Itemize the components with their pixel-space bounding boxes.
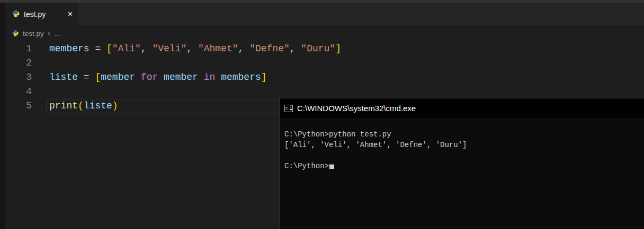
breadcrumb-file[interactable]: test.py — [23, 30, 44, 38]
code-token: ] — [335, 43, 341, 54]
code-token: for — [141, 72, 158, 83]
code-token — [198, 72, 204, 83]
breadcrumb: test.py › ... — [5, 25, 60, 42]
code-line[interactable]: 1members = ["Ali", "Veli", "Ahmet", "Def… — [5, 42, 644, 56]
code-text: members = ["Ali", "Veli", "Ahmet", "Defn… — [49, 42, 341, 56]
code-token: "Ali" — [112, 43, 141, 54]
code-token: , — [238, 43, 250, 54]
terminal-line: C:\Python>python test.py — [284, 129, 640, 140]
code-token: members — [49, 43, 90, 54]
breadcrumb-symbols[interactable]: ... — [54, 30, 60, 38]
tab-label: test.py — [24, 10, 46, 19]
cmd-title-bar[interactable]: C:\ C:\WINDOWS\system32\cmd.exe — [280, 98, 644, 118]
python-file-icon — [12, 30, 19, 38]
code-token: "Duru" — [301, 43, 335, 54]
code-token: ) — [112, 100, 118, 111]
terminal-line — [284, 150, 640, 161]
terminal-line: ['Ali', 'Veli', 'Ahmet', 'Defne', 'Duru'… — [284, 140, 640, 150]
tab-test-py[interactable]: test.py ✕ — [5, 3, 78, 25]
code-token: member — [164, 72, 198, 83]
cmd-icon: C:\ — [284, 105, 293, 112]
code-line[interactable]: 2 — [5, 56, 644, 70]
code-token — [158, 72, 164, 83]
code-token: , — [141, 43, 153, 54]
code-token — [135, 72, 141, 83]
cmd-window[interactable]: C:\ C:\WINDOWS\system32\cmd.exe C:\Pytho… — [280, 98, 644, 229]
python-file-icon — [12, 10, 20, 19]
code-token: in — [204, 72, 216, 83]
svg-text:C:\: C:\ — [285, 107, 292, 111]
line-number: 5 — [5, 99, 32, 113]
line-number: 3 — [5, 70, 32, 85]
code-token: , — [186, 43, 198, 54]
close-tab-icon[interactable]: ✕ — [67, 11, 73, 17]
code-token: "Ahmet" — [198, 43, 238, 54]
editor-tab-bar: test.py ✕ — [5, 3, 644, 25]
code-line[interactable]: 4 — [5, 85, 644, 99]
cmd-output[interactable]: C:\Python>python test.py['Ali', 'Veli', … — [280, 118, 644, 229]
code-token: ( — [78, 100, 84, 111]
line-number: 1 — [5, 42, 32, 56]
code-token: members — [221, 72, 261, 83]
chevron-right-icon: › — [48, 29, 51, 39]
code-token — [215, 72, 221, 83]
code-token: member — [101, 72, 135, 83]
code-token: [ — [95, 72, 101, 83]
code-token: liste — [49, 72, 78, 83]
code-token: [ — [106, 43, 112, 54]
cmd-title: C:\WINDOWS\system32\cmd.exe — [297, 104, 416, 113]
window-left-edge — [0, 0, 5, 229]
line-number: 2 — [5, 56, 32, 70]
code-token: = — [90, 43, 106, 54]
code-token: "Defne" — [249, 43, 290, 54]
code-token: liste — [84, 100, 112, 111]
window-top-edge — [0, 0, 644, 3]
code-text: liste = [member for member in members] — [49, 70, 267, 85]
terminal-line: C:\Python> — [284, 161, 640, 171]
code-token: , — [290, 43, 301, 54]
code-text: print(liste) — [49, 99, 118, 113]
code-line[interactable]: 3liste = [member for member in members] — [5, 70, 644, 85]
code-token: ] — [261, 72, 267, 83]
code-token: = — [78, 72, 95, 83]
terminal-cursor — [329, 164, 334, 169]
code-token: print — [49, 100, 78, 111]
code-token: "Veli" — [152, 43, 186, 54]
line-number: 4 — [5, 85, 32, 99]
